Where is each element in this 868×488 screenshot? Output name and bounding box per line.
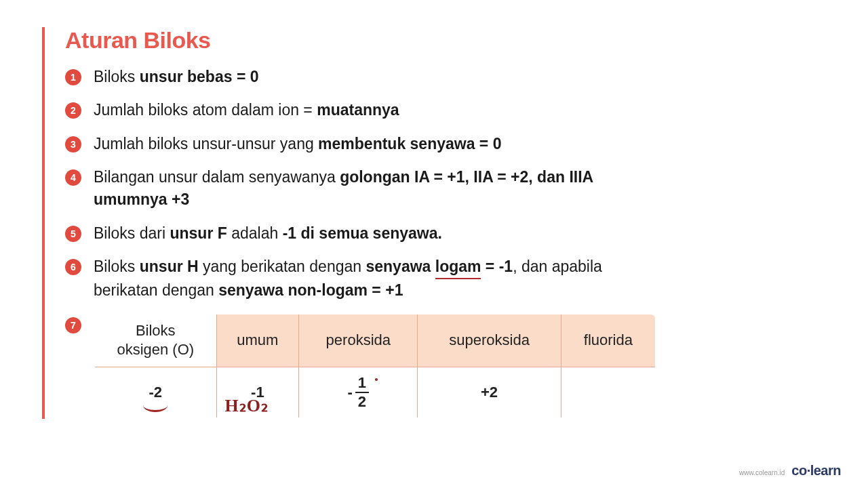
rule-number-6: 6 [65,259,81,275]
val-superoksida: -12 [299,367,418,418]
col-peroksida: peroksida [299,314,418,367]
rule-number-4: 4 [65,169,81,186]
handwritten-tick-annotation [143,405,167,412]
rule-number-5: 5 [65,226,81,242]
slide-title: Aturan Biloks [65,27,720,54]
col-superoksida: superoksida [418,314,561,367]
rule-list: 1Biloks unsur bebas = 02Jumlah biloks at… [65,66,720,302]
rule-text-1: Biloks unsur bebas = 0 [94,66,650,88]
rule-number-2: 2 [65,102,81,119]
footer: www.colearn.id co·learn [739,463,841,479]
rule-item-4: 4Bilangan unsur dalam senyawanya golonga… [65,166,720,211]
rule-item-1: 1Biloks unsur bebas = 0 [65,66,720,88]
footer-url: www.colearn.id [739,469,785,476]
col-umum: umum [216,314,299,367]
slide-content: Aturan Biloks 1Biloks unsur bebas = 02Ju… [42,27,720,419]
rule-text-5: Biloks dari unsur F adalah -1 di semua s… [94,222,650,245]
val-peroksida: -1 H₂O₂ [216,367,299,418]
rule-text-4: Bilangan unsur dalam senyawanya golongan… [94,166,650,211]
handwritten-h2o2-annotation: H₂O₂ [225,395,269,416]
rule-item-3: 3Jumlah biloks unsur-unsur yang membentu… [65,133,720,155]
rule-text-2: Jumlah biloks atom dalam ion = muatannya [94,99,650,121]
handwritten-dot-annotation [375,378,378,381]
col-fluorida: fluorida [561,314,656,367]
rule-text-6: Biloks unsur H yang berikatan dengan sen… [94,256,650,302]
rule-7-table-row: 7 Biloks oksigen (O) umum peroksida supe… [65,313,720,420]
val-umum: -2 [94,367,216,418]
rule-number-1: 1 [65,69,81,85]
rule-number-7: 7 [65,317,81,333]
rule-text-3: Jumlah biloks unsur-unsur yang membentuk… [94,133,650,155]
rule-item-5: 5Biloks dari unsur F adalah -1 di semua … [65,222,720,245]
oxygen-biloks-table: Biloks oksigen (O) umum peroksida supero… [94,313,656,420]
table-row-header: Biloks oksigen (O) [94,314,216,367]
rule-item-2: 2Jumlah biloks atom dalam ion = muatanny… [65,99,720,121]
footer-brand: co·learn [791,463,841,479]
rule-item-6: 6Biloks unsur H yang berikatan dengan se… [65,256,720,302]
val-fluorida: +2 [418,367,561,418]
rule-number-3: 3 [65,136,81,152]
